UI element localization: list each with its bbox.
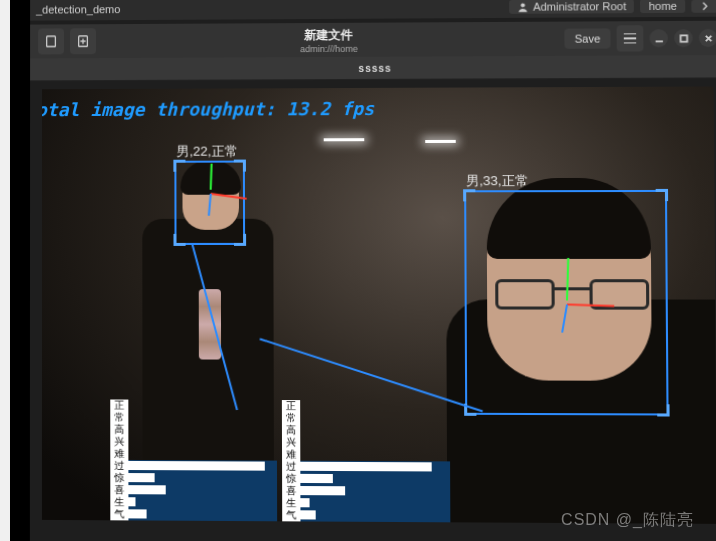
watermark: CSDN @_陈陆亮 [561, 510, 694, 531]
user-icon [518, 1, 529, 12]
breadcrumb-more[interactable] [691, 0, 716, 12]
gedit-title-sub: admin:///home [102, 42, 558, 54]
necklace [199, 289, 221, 359]
hamburger-menu[interactable] [617, 25, 644, 51]
emotion-bar [300, 485, 450, 498]
save-button[interactable]: Save [564, 28, 610, 48]
open-button[interactable] [38, 28, 64, 54]
emotion-bar [300, 461, 450, 474]
tab-sssss[interactable]: sssss [358, 62, 391, 73]
tab-strip: sssss [30, 55, 716, 80]
document-icon [44, 34, 58, 48]
emotion-panel: 正常 高兴 难过 惊喜 生气 [282, 461, 450, 523]
new-button[interactable] [70, 28, 96, 54]
emotion-bar [128, 496, 277, 509]
emotion-panel: 正常 高兴 难过 惊喜 生气 [110, 460, 277, 521]
close-button[interactable] [699, 29, 716, 47]
minimize-button[interactable] [649, 29, 668, 47]
emotion-bars [128, 460, 277, 521]
emotion-bar [128, 508, 277, 521]
gedit-window: 新建文件 admin:///home Save sssss [30, 21, 716, 82]
breadcrumb: Administrator Root home [509, 0, 716, 14]
breadcrumb-user[interactable]: Administrator Root [509, 0, 634, 14]
emotion-bar [128, 472, 277, 485]
ceiling-light [324, 138, 365, 141]
emotion-bar [128, 460, 277, 473]
bbox-label: 男,22,正常 [176, 143, 237, 161]
svg-rect-1 [47, 36, 56, 46]
maximize-button[interactable] [674, 29, 693, 47]
emotion-labels: 正常 高兴 难过 惊喜 生气 [110, 399, 128, 520]
close-icon [703, 33, 712, 42]
svg-rect-3 [680, 35, 687, 41]
gnome-topbar: _detection_demo Administrator Root home [30, 0, 716, 21]
fps-overlay: otal image throughput: 13.2 fps [42, 98, 374, 120]
video-feed: otal image throughput: 13.2 fps 男,22,正常 [42, 87, 716, 524]
breadcrumb-folder-label: home [649, 0, 677, 12]
emotion-bar [300, 497, 450, 510]
svg-point-0 [521, 3, 525, 7]
new-doc-icon [76, 34, 90, 48]
emotion-bars [300, 461, 450, 523]
gedit-headerbar: 新建文件 admin:///home Save [30, 21, 716, 59]
monitor-frame: _detection_demo Administrator Root home [10, 0, 716, 541]
emotion-bar [128, 484, 277, 497]
gedit-title: 新建文件 admin:///home [102, 25, 558, 54]
bbox-label: 男,33,正常 [466, 172, 528, 190]
breadcrumb-user-label: Administrator Root [533, 0, 626, 13]
breadcrumb-folder[interactable]: home [640, 0, 685, 13]
maximize-icon [679, 34, 688, 43]
ceiling-light [425, 140, 456, 143]
emotion-labels: 正常 高兴 难过 惊喜 生气 [282, 400, 301, 521]
minimize-icon [654, 34, 663, 43]
app-title: _detection_demo [36, 3, 120, 15]
chevron-right-icon [700, 0, 711, 11]
emotion-bar [300, 509, 450, 522]
emotion-bar [300, 473, 450, 486]
screen: _detection_demo Administrator Root home [30, 0, 716, 541]
